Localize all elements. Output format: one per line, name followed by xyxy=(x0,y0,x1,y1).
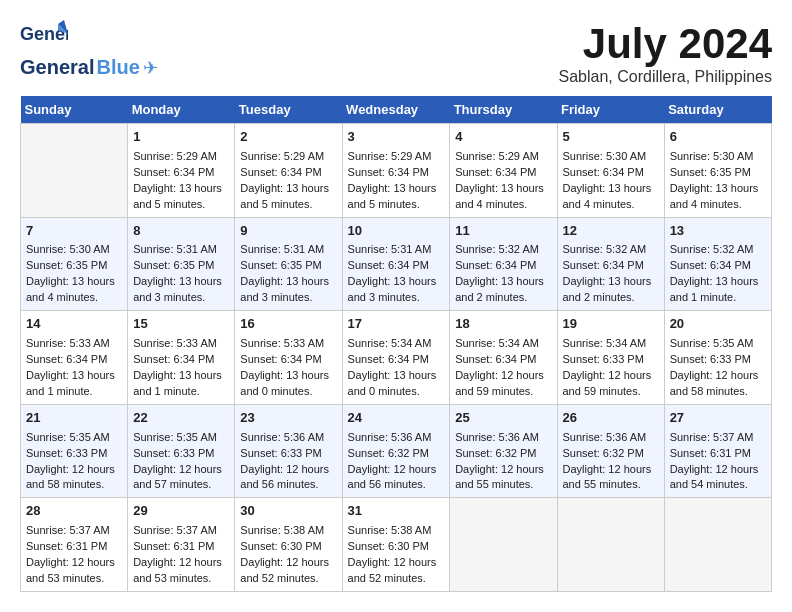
day-info-line: Daylight: 13 hours xyxy=(26,368,122,384)
calendar-cell: 22Sunrise: 5:35 AMSunset: 6:33 PMDayligh… xyxy=(128,404,235,498)
day-number: 17 xyxy=(348,315,445,334)
day-info-line: Daylight: 12 hours xyxy=(133,555,229,571)
day-info-line: Sunrise: 5:32 AM xyxy=(670,242,766,258)
calendar-week-row: 7Sunrise: 5:30 AMSunset: 6:35 PMDaylight… xyxy=(21,217,772,311)
logo: General General Blue ✈ xyxy=(20,20,158,79)
day-info-line: Daylight: 12 hours xyxy=(133,462,229,478)
calendar-cell: 17Sunrise: 5:34 AMSunset: 6:34 PMDayligh… xyxy=(342,311,450,405)
day-info-line: and 1 minute. xyxy=(670,290,766,306)
calendar-cell xyxy=(664,498,771,592)
day-info-line: and 3 minutes. xyxy=(133,290,229,306)
calendar-cell xyxy=(21,124,128,218)
day-info-line: Sunrise: 5:32 AM xyxy=(563,242,659,258)
day-info-line: Sunset: 6:34 PM xyxy=(670,258,766,274)
day-info-line: Sunset: 6:34 PM xyxy=(455,165,551,181)
day-number: 18 xyxy=(455,315,551,334)
day-info-line: Daylight: 13 hours xyxy=(240,181,336,197)
calendar-cell: 27Sunrise: 5:37 AMSunset: 6:31 PMDayligh… xyxy=(664,404,771,498)
day-info-line: Sunrise: 5:34 AM xyxy=(563,336,659,352)
day-number: 4 xyxy=(455,128,551,147)
day-info-line: Sunset: 6:35 PM xyxy=(670,165,766,181)
day-info-line: Sunrise: 5:29 AM xyxy=(133,149,229,165)
day-info-line: Daylight: 13 hours xyxy=(133,274,229,290)
day-info-line: Sunrise: 5:30 AM xyxy=(26,242,122,258)
day-info-line: Sunset: 6:31 PM xyxy=(26,539,122,555)
day-number: 20 xyxy=(670,315,766,334)
day-number: 1 xyxy=(133,128,229,147)
day-info-line: and 54 minutes. xyxy=(670,477,766,493)
day-info-line: Sunset: 6:34 PM xyxy=(240,352,336,368)
calendar-cell: 7Sunrise: 5:30 AMSunset: 6:35 PMDaylight… xyxy=(21,217,128,311)
calendar-header-row: SundayMondayTuesdayWednesdayThursdayFrid… xyxy=(21,96,772,124)
day-info-line: Daylight: 13 hours xyxy=(348,274,445,290)
day-info-line: and 58 minutes. xyxy=(670,384,766,400)
calendar-cell: 4Sunrise: 5:29 AMSunset: 6:34 PMDaylight… xyxy=(450,124,557,218)
calendar-cell: 12Sunrise: 5:32 AMSunset: 6:34 PMDayligh… xyxy=(557,217,664,311)
day-number: 9 xyxy=(240,222,336,241)
day-info-line: Sunrise: 5:31 AM xyxy=(133,242,229,258)
day-info-line: Daylight: 12 hours xyxy=(240,462,336,478)
day-info-line: Sunrise: 5:38 AM xyxy=(348,523,445,539)
calendar-cell: 19Sunrise: 5:34 AMSunset: 6:33 PMDayligh… xyxy=(557,311,664,405)
day-number: 12 xyxy=(563,222,659,241)
calendar-cell: 24Sunrise: 5:36 AMSunset: 6:32 PMDayligh… xyxy=(342,404,450,498)
day-info-line: Sunset: 6:31 PM xyxy=(670,446,766,462)
col-header-sunday: Sunday xyxy=(21,96,128,124)
day-info-line: Daylight: 12 hours xyxy=(563,462,659,478)
calendar-cell: 5Sunrise: 5:30 AMSunset: 6:34 PMDaylight… xyxy=(557,124,664,218)
day-info-line: Sunrise: 5:31 AM xyxy=(240,242,336,258)
day-number: 3 xyxy=(348,128,445,147)
day-info-line: and 0 minutes. xyxy=(240,384,336,400)
calendar-cell: 2Sunrise: 5:29 AMSunset: 6:34 PMDaylight… xyxy=(235,124,342,218)
page-header: General General Blue ✈ July 2024 Sablan,… xyxy=(20,20,772,86)
day-number: 26 xyxy=(563,409,659,428)
day-info-line: Sunrise: 5:29 AM xyxy=(455,149,551,165)
day-info-line: Daylight: 13 hours xyxy=(26,274,122,290)
day-info-line: and 0 minutes. xyxy=(348,384,445,400)
calendar-cell: 10Sunrise: 5:31 AMSunset: 6:34 PMDayligh… xyxy=(342,217,450,311)
day-info-line: and 55 minutes. xyxy=(563,477,659,493)
day-number: 27 xyxy=(670,409,766,428)
day-info-line: Sunset: 6:34 PM xyxy=(563,258,659,274)
calendar-cell: 21Sunrise: 5:35 AMSunset: 6:33 PMDayligh… xyxy=(21,404,128,498)
day-info-line: and 53 minutes. xyxy=(133,571,229,587)
day-info-line: Daylight: 13 hours xyxy=(348,181,445,197)
day-info-line: Sunrise: 5:31 AM xyxy=(348,242,445,258)
day-number: 23 xyxy=(240,409,336,428)
calendar-cell: 26Sunrise: 5:36 AMSunset: 6:32 PMDayligh… xyxy=(557,404,664,498)
calendar-cell: 29Sunrise: 5:37 AMSunset: 6:31 PMDayligh… xyxy=(128,498,235,592)
calendar-cell: 11Sunrise: 5:32 AMSunset: 6:34 PMDayligh… xyxy=(450,217,557,311)
day-info-line: Daylight: 13 hours xyxy=(240,274,336,290)
day-info-line: Sunset: 6:33 PM xyxy=(240,446,336,462)
day-number: 22 xyxy=(133,409,229,428)
col-header-wednesday: Wednesday xyxy=(342,96,450,124)
day-info-line: Sunrise: 5:33 AM xyxy=(133,336,229,352)
day-info-line: Sunrise: 5:37 AM xyxy=(26,523,122,539)
day-info-line: Daylight: 12 hours xyxy=(455,368,551,384)
day-info-line: Daylight: 12 hours xyxy=(240,555,336,571)
calendar-cell: 6Sunrise: 5:30 AMSunset: 6:35 PMDaylight… xyxy=(664,124,771,218)
day-info-line: Sunrise: 5:29 AM xyxy=(240,149,336,165)
day-info-line: Daylight: 12 hours xyxy=(348,555,445,571)
day-info-line: Sunset: 6:34 PM xyxy=(455,352,551,368)
day-info-line: Daylight: 13 hours xyxy=(670,181,766,197)
day-info-line: Sunrise: 5:35 AM xyxy=(133,430,229,446)
day-info-line: Daylight: 12 hours xyxy=(26,462,122,478)
day-info-line: Sunrise: 5:29 AM xyxy=(348,149,445,165)
day-info-line: Daylight: 12 hours xyxy=(455,462,551,478)
day-number: 11 xyxy=(455,222,551,241)
calendar-cell: 23Sunrise: 5:36 AMSunset: 6:33 PMDayligh… xyxy=(235,404,342,498)
calendar-cell: 30Sunrise: 5:38 AMSunset: 6:30 PMDayligh… xyxy=(235,498,342,592)
day-info-line: Daylight: 13 hours xyxy=(455,274,551,290)
day-number: 2 xyxy=(240,128,336,147)
logo-blue: Blue xyxy=(96,56,139,79)
day-info-line: and 58 minutes. xyxy=(26,477,122,493)
day-info-line: Sunrise: 5:35 AM xyxy=(670,336,766,352)
col-header-tuesday: Tuesday xyxy=(235,96,342,124)
day-info-line: and 52 minutes. xyxy=(240,571,336,587)
day-info-line: and 56 minutes. xyxy=(240,477,336,493)
day-number: 13 xyxy=(670,222,766,241)
day-info-line: Sunset: 6:35 PM xyxy=(240,258,336,274)
calendar-cell: 20Sunrise: 5:35 AMSunset: 6:33 PMDayligh… xyxy=(664,311,771,405)
day-info-line: Sunset: 6:35 PM xyxy=(26,258,122,274)
